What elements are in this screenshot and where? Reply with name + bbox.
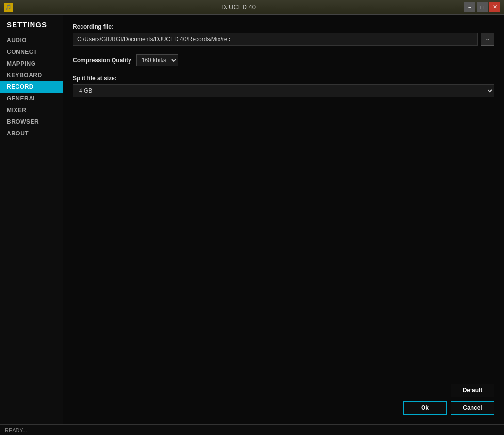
default-btn-row: Default: [451, 384, 494, 397]
bottom-buttons: Default Ok Cancel: [403, 384, 494, 415]
minimize-button[interactable]: −: [464, 2, 475, 12]
sidebar-item-browser[interactable]: BROWSER: [0, 116, 63, 128]
compression-row: Compression Quality 160 kbit/s 128 kbit/…: [73, 54, 494, 66]
split-size-select[interactable]: 4 GB 2 GB 1 GB 500 MB: [73, 84, 494, 97]
sidebar-item-audio[interactable]: AUDIO: [0, 34, 63, 46]
restore-button[interactable]: □: [477, 2, 488, 12]
close-button[interactable]: ✕: [489, 2, 500, 12]
sidebar-item-mixer[interactable]: MIXER: [0, 104, 63, 116]
browse-button[interactable]: ···: [481, 33, 494, 46]
statusbar: READY...: [0, 424, 504, 435]
ok-cancel-btn-row: Ok Cancel: [403, 401, 494, 415]
titlebar: 🎵 DJUCED 40 − □ ✕: [0, 0, 504, 15]
sidebar-item-mapping[interactable]: MAPPING: [0, 58, 63, 69]
default-button[interactable]: Default: [451, 384, 494, 397]
split-file-label: Split file at size:: [73, 75, 494, 82]
compression-select[interactable]: 160 kbit/s 128 kbit/s 192 kbit/s 320 kbi…: [136, 54, 178, 66]
app-icon-label: 🎵: [5, 4, 11, 10]
sidebar-item-keyboard[interactable]: KEYBOARD: [0, 69, 63, 81]
sidebar-item-record[interactable]: RECORD: [0, 81, 63, 93]
content-area: Recording file: ··· Compression Quality …: [63, 15, 504, 424]
status-text: READY...: [5, 427, 27, 433]
sidebar-item-general[interactable]: GENERAL: [0, 93, 63, 104]
recording-file-label: Recording file:: [73, 23, 494, 30]
ok-button[interactable]: Ok: [403, 401, 447, 415]
cancel-button[interactable]: Cancel: [451, 401, 494, 415]
file-input-row: ···: [73, 33, 494, 46]
recording-file-input[interactable]: [73, 33, 478, 46]
sidebar-item-about[interactable]: ABOUT: [0, 128, 63, 139]
window-controls: − □ ✕: [464, 2, 500, 12]
app-icon: 🎵: [4, 3, 13, 12]
sidebar-item-connect[interactable]: CONNECT: [0, 46, 63, 58]
settings-heading: SETTINGS: [0, 20, 63, 34]
window-title: DJUCED 40: [13, 3, 464, 11]
sidebar: SETTINGS AUDIO CONNECT MAPPING KEYBOARD …: [0, 15, 63, 424]
compression-label: Compression Quality: [73, 57, 131, 64]
main-container: SETTINGS AUDIO CONNECT MAPPING KEYBOARD …: [0, 15, 504, 424]
